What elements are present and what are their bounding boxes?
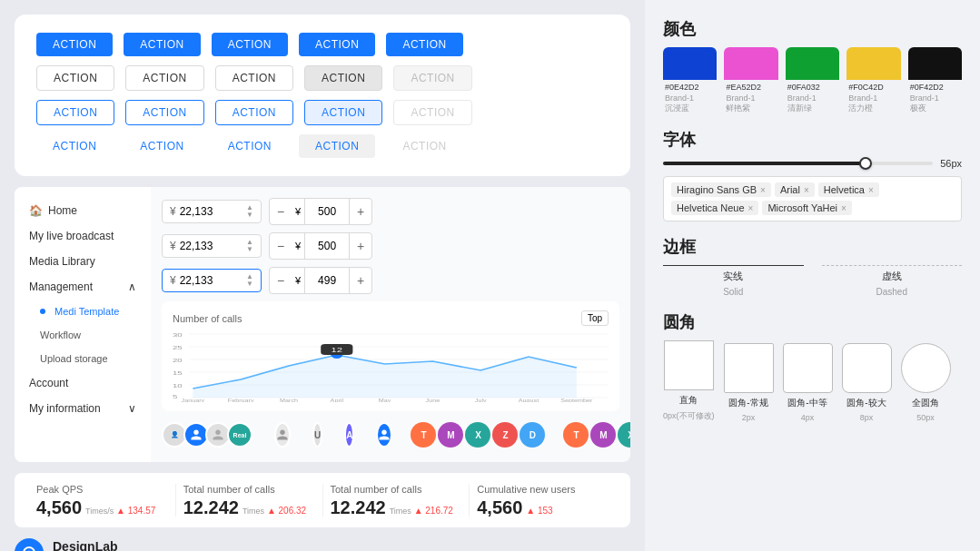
increment-btn-2[interactable]: + [350, 233, 371, 259]
logo-text-area: DesignLab 风格配置平台 [53, 539, 118, 552]
stepper-down-2[interactable]: ▼ [246, 246, 253, 253]
font-remove-hiragino[interactable]: × [760, 185, 766, 195]
chart-top-button[interactable]: Top [581, 310, 609, 326]
sidebar-item-medi-template[interactable]: Medi Template [15, 300, 151, 323]
sidebar-item-upload[interactable]: Upload storage [15, 347, 151, 370]
increment-btn-3[interactable]: + [350, 268, 371, 293]
decrement-btn-2[interactable]: − [270, 233, 292, 259]
sidebar-label-account: Account [29, 377, 68, 389]
radius-square: 直角 0px(不可修改) [663, 340, 715, 422]
action-outlined-2[interactable]: ACTION [125, 100, 203, 125]
action-button-4[interactable]: ACTION [299, 33, 375, 56]
sidebar-item-account[interactable]: Account [15, 370, 151, 396]
action-button-3[interactable]: ACTION [212, 33, 288, 56]
action-outlined-1[interactable]: ACTION [36, 100, 114, 125]
price-value-3[interactable] [180, 274, 243, 287]
svg-text:August: August [519, 398, 539, 402]
action-button-1[interactable]: ACTION [36, 33, 113, 56]
price-input-2[interactable]: ¥ ▲ ▼ [162, 234, 262, 258]
radius-box-2 [724, 343, 774, 393]
swatch-color-2 [724, 47, 777, 80]
stepper-3[interactable]: ▲ ▼ [246, 273, 253, 288]
svg-text:September: September [560, 398, 592, 402]
control-value-2[interactable] [304, 233, 350, 259]
action-text-5-disabled: ACTION [386, 134, 462, 158]
number-control-3: − ¥ + [269, 267, 372, 294]
svg-text:15: 15 [173, 370, 183, 377]
action-text-4[interactable]: ACTION [299, 134, 375, 158]
font-tag-microsoft-yahei: Microsoft YaHei × [762, 201, 851, 215]
font-name-helvetica-neue: Helvetica Neue [677, 202, 745, 213]
avatar-label-real: Real [233, 432, 247, 438]
swatch-2: #EA52D2 Brand-1鲜艳紫 [724, 47, 777, 114]
currency-prefix-ctrl-1: ¥ [292, 206, 304, 217]
price-input-3[interactable]: ¥ ▲ ▼ [162, 269, 262, 292]
stepper-down-1[interactable]: ▼ [246, 212, 253, 219]
sidebar-label-my-info: My information [29, 402, 101, 415]
stat-value-total-2: 12.242 [331, 498, 386, 517]
stepper-2[interactable]: ▲ ▼ [246, 239, 253, 253]
action-button-5[interactable]: ACTION [386, 33, 462, 56]
radius-section-title: 圆角 [663, 311, 962, 333]
stat-value-total-1: 12.242 [183, 498, 239, 517]
stepper-down-3[interactable]: ▼ [246, 280, 253, 288]
radius-sublabel-2: 2px [742, 413, 756, 422]
decrement-btn-1[interactable]: − [270, 199, 292, 224]
stat-total-calls-1: Total number of calls 12.242 Times ▲ 206… [175, 484, 322, 517]
action-default-2[interactable]: ACTION [125, 65, 203, 91]
letter-d-1: D [520, 422, 545, 448]
radius-box-8 [842, 343, 892, 393]
price-input-1[interactable]: ¥ ▲ ▼ [162, 200, 262, 223]
border-solid-example: 实线 Solid [663, 265, 804, 297]
sidebar-item-workflow[interactable]: Workflow [15, 323, 151, 347]
sidebar-item-management[interactable]: Management ∧ [15, 274, 151, 300]
chart-header: Number of calls Top [173, 310, 609, 326]
solid-sublabel: Solid [723, 287, 743, 297]
svg-text:25: 25 [173, 345, 183, 351]
radius-box-0 [664, 340, 714, 390]
dashed-line [822, 265, 963, 266]
font-remove-arial[interactable]: × [804, 185, 809, 195]
action-outlined-4[interactable]: ACTION [304, 100, 382, 125]
sidebar-label-upload: Upload storage [40, 353, 108, 364]
font-tag-helvetica: Helvetica × [818, 182, 879, 197]
svg-text:30: 30 [173, 332, 183, 339]
font-remove-helvetica[interactable]: × [868, 185, 874, 195]
stepper-1[interactable]: ▲ ▼ [246, 204, 253, 219]
font-remove-microsoft-yahei[interactable]: × [841, 203, 846, 213]
swatch-label-3: #0FA032 Brand-1清新绿 [786, 80, 839, 114]
sidebar-label-home: Home [48, 204, 77, 217]
action-text-2[interactable]: ACTION [124, 134, 200, 158]
letter-z-1: Z [492, 422, 518, 448]
action-button-2[interactable]: ACTION [124, 33, 200, 56]
sidebar-item-my-info[interactable]: My information ∨ [15, 396, 151, 421]
sidebar-item-media[interactable]: Media Library [15, 249, 151, 274]
chart-title: Number of calls [173, 313, 242, 324]
font-slider-thumb[interactable] [859, 157, 872, 170]
font-remove-helvetica-neue[interactable]: × [748, 203, 754, 213]
dashed-label: 虚线 [882, 270, 902, 283]
font-slider[interactable] [663, 162, 933, 165]
avatar-teal-1: Real [227, 422, 252, 448]
decrement-btn-3[interactable]: − [270, 268, 292, 293]
action-outlined-3[interactable]: ACTION [215, 100, 293, 125]
swatch-color-4 [846, 47, 900, 80]
action-text-1[interactable]: ACTION [36, 134, 113, 158]
price-value-1[interactable] [180, 205, 243, 218]
control-value-3[interactable] [304, 268, 350, 293]
action-default-3[interactable]: ACTION [215, 65, 293, 91]
stat-detail-total-2: Times ▲ 216.72 [390, 506, 453, 516]
sidebar-item-live[interactable]: My live broadcast [15, 223, 151, 249]
action-text-3[interactable]: ACTION [212, 134, 288, 158]
control-value-1[interactable] [304, 199, 350, 224]
sidebar-item-home[interactable]: 🏠 Home [15, 198, 151, 223]
action-default-4[interactable]: ACTION [304, 65, 382, 91]
stats-row: Peak QPS 4,560 Times/s ▲ 134.57 Total nu… [15, 473, 630, 527]
action-default-1[interactable]: ACTION [36, 65, 114, 91]
number-control-2: − ¥ + [269, 232, 372, 260]
increment-btn-1[interactable]: + [350, 199, 371, 224]
letter-group-2: T M X Z D [563, 422, 630, 448]
font-slider-row: 56px [663, 158, 962, 169]
price-value-2[interactable] [180, 240, 243, 252]
font-tag-hiragino: Hiragino Sans GB × [671, 182, 771, 197]
